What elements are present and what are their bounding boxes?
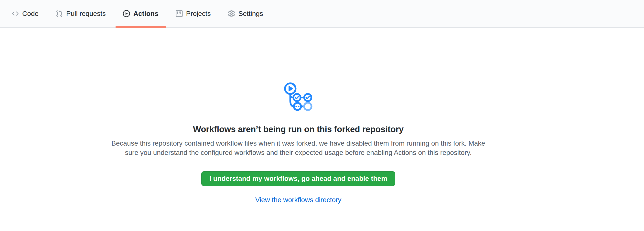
view-workflows-directory-link[interactable]: View the workflows directory: [255, 195, 342, 204]
description-line-2: sure you understand the configured workf…: [56, 148, 540, 157]
tab-label: Projects: [186, 10, 211, 17]
tab-projects[interactable]: Projects: [168, 0, 218, 27]
blankslate-description: Because this repository contained workfl…: [56, 139, 540, 157]
tab-label: Code: [22, 10, 38, 17]
tab-label: Actions: [134, 10, 158, 17]
code-icon: [12, 10, 19, 17]
gear-icon: [228, 10, 235, 17]
description-line-1: Because this repository contained workfl…: [56, 139, 540, 148]
play-circle-icon: [123, 10, 130, 17]
enable-workflows-button[interactable]: I understand my workflows, go ahead and …: [201, 171, 395, 186]
tab-pull-requests[interactable]: Pull requests: [48, 0, 113, 27]
project-icon: [176, 10, 183, 17]
tab-code[interactable]: Code: [4, 0, 46, 27]
tab-label: Pull requests: [66, 10, 106, 17]
workflow-graph-icon: [0, 28, 596, 111]
blankslate-heading: Workflows aren’t being run on this forke…: [0, 124, 596, 134]
tab-label: Settings: [238, 10, 263, 17]
tab-settings[interactable]: Settings: [220, 0, 270, 27]
tab-actions[interactable]: Actions: [116, 0, 166, 27]
git-pull-request-icon: [56, 10, 63, 17]
repo-nav: Code Pull requests Actions Projects: [0, 0, 644, 28]
actions-blankslate: Workflows aren’t being run on this forke…: [0, 28, 644, 204]
